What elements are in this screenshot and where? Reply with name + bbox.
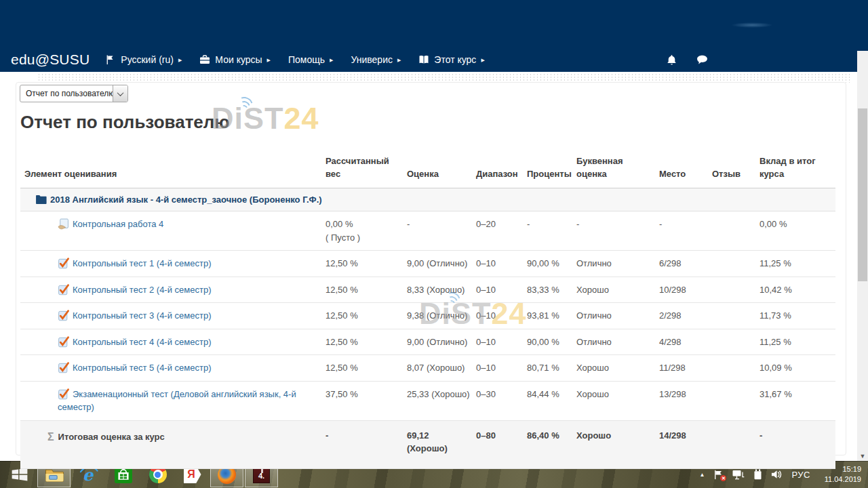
site-logo[interactable]: edu@SUSU: [11, 52, 90, 68]
nav-item-label: Универис: [351, 54, 393, 65]
scrollbar-thumb[interactable]: [858, 108, 867, 281]
nav-item-label: Мои курсы: [215, 54, 262, 65]
letter-cell: Отлично: [576, 303, 659, 329]
grade-item-link[interactable]: Контрольный тест 5 (4-й семестр): [73, 363, 211, 373]
network-icon[interactable]: [732, 470, 745, 480]
course-total-row: ΣИтоговая оценка за курс - 69,12(Хорошо)…: [20, 420, 835, 468]
nav-univeris[interactable]: Универис: [351, 54, 401, 65]
contribution-cell: 0,00 %: [760, 211, 835, 251]
grade-item-link[interactable]: Контрольный тест 3 (4-й семестр): [73, 310, 211, 321]
percent-cell: -: [527, 211, 576, 251]
rank-cell: 10/298: [659, 277, 712, 303]
grade-cell: 9,00 (Отлично): [407, 329, 476, 355]
quiz-icon: [58, 258, 69, 269]
grade-item-link[interactable]: Контрольный тест 2 (4-й семестр): [73, 285, 211, 295]
scrollbar-track[interactable]: ▼: [857, 51, 868, 461]
percent-cell: 93,81 %: [527, 303, 576, 329]
folder-icon: [35, 194, 47, 205]
chat-icon: [696, 54, 708, 66]
col-weight: Рассчитанный вес: [326, 152, 407, 188]
volume-icon[interactable]: [771, 469, 783, 480]
col-letter: Буквенная оценка: [576, 152, 659, 188]
rank-cell: 13/298: [659, 381, 712, 420]
weight-cell: 12,50 %: [326, 303, 407, 329]
grade-item-link[interactable]: Контрольный тест 1 (4-й семестр): [73, 258, 211, 268]
nav-my-courses[interactable]: Мои курсы: [199, 54, 271, 65]
feedback-cell: [712, 381, 760, 420]
report-type-value: Отчет по пользователю: [20, 89, 113, 98]
letter-cell: Отлично: [576, 329, 659, 355]
page-title: Отчет по пользователю: [20, 112, 230, 133]
battery-icon[interactable]: [753, 469, 762, 480]
letter-cell: Отлично: [576, 251, 659, 277]
item-name-cell: Контрольный тест 2 (4-й семестр): [20, 277, 326, 303]
item-name-cell: Контрольная работа 4: [20, 211, 326, 251]
range-cell: 0–10: [476, 303, 527, 329]
item-name-cell: Контрольный тест 3 (4-й семестр): [20, 303, 326, 329]
nav-this-course[interactable]: Этот курс: [418, 54, 484, 65]
nav-item-label: Этот курс: [434, 54, 476, 65]
item-name-cell: Контрольный тест 1 (4-й семестр): [20, 251, 326, 277]
nav-item-label: Помощь: [288, 54, 325, 65]
course-total-label: Итоговая оценка за курс: [58, 432, 165, 442]
main-navbar: edu@SUSU Русский (ru)Мои курсыПомощьУнив…: [0, 47, 868, 72]
tray-expand-button[interactable]: ▲: [700, 472, 705, 478]
dotted-texture: [37, 73, 850, 83]
grade-item-link[interactable]: Контрольный тест 4 (4-й семестр): [73, 337, 211, 347]
item-name-cell: Контрольный тест 5 (4-й семестр): [20, 355, 326, 382]
clock-date: 11.04.2019: [819, 474, 861, 485]
percent-cell: 83,33 %: [527, 277, 576, 303]
assignment-icon: [58, 218, 69, 230]
notifications-button[interactable]: [666, 54, 677, 66]
header-glare: [731, 22, 773, 28]
weight-cell: 12,50 %: [326, 355, 407, 382]
col-feedback: Отзыв: [712, 152, 760, 188]
nav-language[interactable]: Русский (ru): [105, 54, 182, 65]
feedback-cell: [712, 420, 760, 468]
weight-cell: 12,50 %: [326, 329, 407, 355]
col-grade-item: Элемент оценивания: [20, 152, 326, 188]
rank-cell: -: [659, 211, 712, 251]
grade-cell: -: [407, 211, 476, 251]
messages-button[interactable]: [696, 54, 708, 66]
table-row: Контрольный тест 3 (4-й семестр)12,50 %9…: [20, 303, 835, 329]
chevron-down-icon: [117, 89, 124, 96]
contribution-cell: 11,25 %: [760, 329, 835, 355]
col-range: Диапазон: [476, 152, 527, 188]
table-row: Контрольная работа 40,00 %( Пусто )-0–20…: [20, 211, 835, 251]
rank-cell: 2/298: [659, 303, 712, 329]
grade-item-link[interactable]: Контрольная работа 4: [73, 219, 163, 229]
contribution-cell: 10,09 %: [760, 355, 835, 382]
category-link[interactable]: 2018 Английский язык - 4-й семестр_заочн…: [50, 195, 322, 205]
range-cell: 0–10: [476, 355, 527, 382]
grade-item-link[interactable]: Экзаменационный тест (Деловой английский…: [58, 389, 296, 413]
scrollbar-down-arrow[interactable]: ▼: [857, 453, 868, 460]
weight-cell: 0,00 %( Пусто ): [326, 211, 407, 251]
letter-cell: Хорошо: [576, 420, 659, 468]
table-row: Экзаменационный тест (Деловой английский…: [20, 381, 835, 420]
table-row: Контрольный тест 2 (4-й семестр)12,50 %8…: [20, 277, 835, 303]
col-contribution: Вклад в итог курса: [760, 152, 835, 188]
quiz-icon: [58, 336, 69, 348]
range-cell: 0–30: [476, 381, 527, 420]
flag-alert-icon[interactable]: [713, 470, 724, 480]
select-dropdown-button[interactable]: [113, 85, 127, 102]
report-type-select[interactable]: Отчет по пользователю: [20, 85, 128, 102]
weight-cell: -: [326, 420, 407, 468]
letter-cell: -: [576, 211, 659, 251]
grade-cell: 69,12(Хорошо): [407, 420, 476, 468]
briefcase-icon: [199, 54, 210, 65]
range-cell: 0–80: [476, 420, 527, 468]
nav-menu: Русский (ru)Мои курсыПомощьУниверисЭтот …: [105, 54, 502, 65]
contribution-cell: 10,42 %: [760, 277, 835, 303]
grade-cell: 8,07 (Хорошо): [407, 355, 476, 382]
language-indicator[interactable]: РУС: [791, 470, 810, 480]
rank-cell: 11/298: [659, 355, 712, 382]
range-cell: 0–10: [476, 251, 527, 277]
quiz-icon: [58, 284, 69, 296]
nav-help[interactable]: Помощь: [288, 54, 333, 65]
item-name-cell: Контрольный тест 4 (4-й семестр): [20, 329, 326, 355]
col-percent: Проценты: [527, 152, 576, 188]
weight-cell: 37,50 %: [326, 381, 407, 420]
percent-cell: 86,40 %: [527, 420, 576, 468]
